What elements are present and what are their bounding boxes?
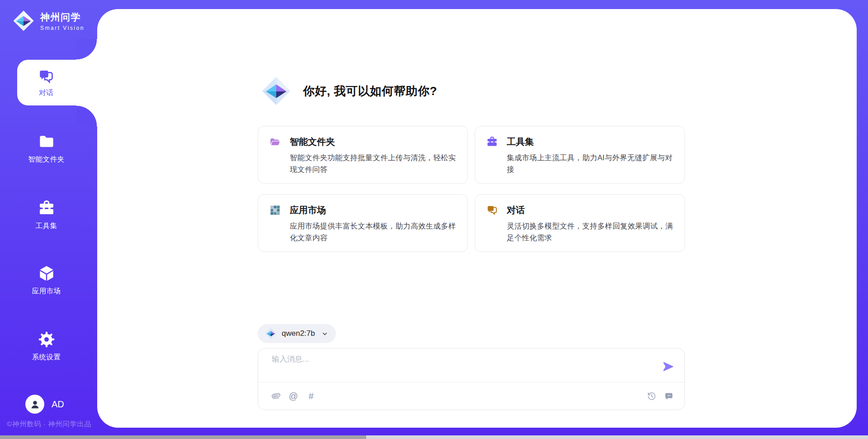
greeting-block: 你好, 我可以如何帮助你? [261, 76, 437, 106]
sidebar-item-label: 工具集 [36, 221, 57, 231]
hash-icon[interactable]: # [306, 391, 316, 401]
sidebar-item-app-market[interactable]: 应用市场 [0, 264, 93, 296]
card-title: 应用市场 [290, 204, 326, 216]
sidebar-item-label: 对话 [39, 88, 53, 98]
sidebar-item-chat[interactable]: 对话 [17, 60, 99, 105]
cube-icon [38, 264, 56, 282]
model-selector[interactable]: qwen2:7b [258, 324, 336, 343]
card-description: 应用市场提供丰富长文本模板，助力高效生成多样化文章内容 [290, 220, 457, 243]
chevron-down-icon [321, 330, 329, 338]
main-content-panel: 你好, 我可以如何帮助你? 智能文件夹 智能文件夹功能支持批量文件上传与清洗，轻… [97, 9, 857, 428]
card-app-market[interactable]: 应用市场 应用市场提供丰富长文本模板，助力高效生成多样化文章内容 [258, 194, 468, 252]
brand-subtitle: Smart Vision [40, 25, 85, 31]
history-icon[interactable] [646, 391, 656, 401]
briefcase-icon [38, 199, 56, 217]
card-description: 智能文件夹功能支持批量文件上传与清洗，轻松实现文件问答 [290, 152, 457, 175]
person-icon [29, 399, 41, 410]
copyright-footer: ©神州数码 · 神州问学出品 [7, 420, 91, 429]
app-logo: 神州问学 Smart Vision [13, 10, 85, 32]
message-composer: @ # [258, 348, 685, 410]
greeting-text: 你好, 我可以如何帮助你? [303, 83, 437, 99]
brand-title: 神州问学 [40, 11, 85, 24]
sidebar-item-label: 智能文件夹 [28, 155, 65, 164]
card-chat[interactable]: 对话 灵活切换多模型文件，支持多样回复效果调试，满足个性化需求 [475, 194, 685, 252]
chat-bubbles-icon [38, 68, 55, 85]
user-account[interactable]: AD [25, 395, 64, 414]
card-title: 智能文件夹 [290, 136, 335, 148]
composer-right-tools [646, 391, 674, 401]
sidebar-item-smart-folder[interactable]: 智能文件夹 [0, 133, 93, 164]
folder-icon [38, 133, 56, 151]
mention-icon[interactable]: @ [288, 391, 298, 401]
brand-diamond-icon [265, 328, 277, 339]
composer-toolbar: @ # [258, 382, 684, 410]
user-initials: AD [52, 399, 64, 410]
brand-diamond-icon [13, 10, 34, 32]
grid-icon [269, 204, 281, 216]
card-title: 工具集 [507, 136, 534, 148]
model-name: qwen2:7b [282, 329, 315, 338]
brand-diamond-icon [261, 76, 291, 106]
avatar [25, 395, 44, 414]
active-tab-fillet-top [76, 39, 97, 60]
chat-bubbles-icon [486, 204, 498, 216]
briefcase-icon [486, 136, 498, 148]
sidebar-item-settings[interactable]: 系统设置 [0, 330, 93, 362]
feature-cards: 智能文件夹 智能文件夹功能支持批量文件上传与清洗，轻松实现文件问答 工具集 集成… [258, 126, 685, 252]
active-tab-fillet-bottom [76, 105, 97, 126]
gear-icon [38, 330, 56, 348]
sidebar-item-label: 应用市场 [32, 286, 61, 296]
card-toolset[interactable]: 工具集 集成市场上主流工具，助力AI与外界无缝扩展与对接 [475, 126, 685, 184]
horizontal-scrollbar-track[interactable] [0, 435, 868, 439]
card-description: 灵活切换多模型文件，支持多样回复效果调试，满足个性化需求 [507, 220, 674, 243]
comment-icon[interactable] [664, 391, 674, 401]
horizontal-scrollbar-thumb[interactable] [0, 435, 366, 439]
card-smart-folder[interactable]: 智能文件夹 智能文件夹功能支持批量文件上传与清洗，轻松实现文件问答 [258, 126, 468, 184]
sidebar-item-toolset[interactable]: 工具集 [0, 199, 93, 231]
attach-icon[interactable] [271, 391, 281, 401]
card-description: 集成市场上主流工具，助力AI与外界无缝扩展与对接 [507, 152, 674, 175]
message-input[interactable] [272, 354, 656, 380]
sidebar-item-label: 系统设置 [32, 353, 61, 362]
send-icon[interactable] [662, 360, 675, 373]
card-title: 对话 [507, 204, 525, 216]
folder-open-icon [269, 136, 281, 148]
